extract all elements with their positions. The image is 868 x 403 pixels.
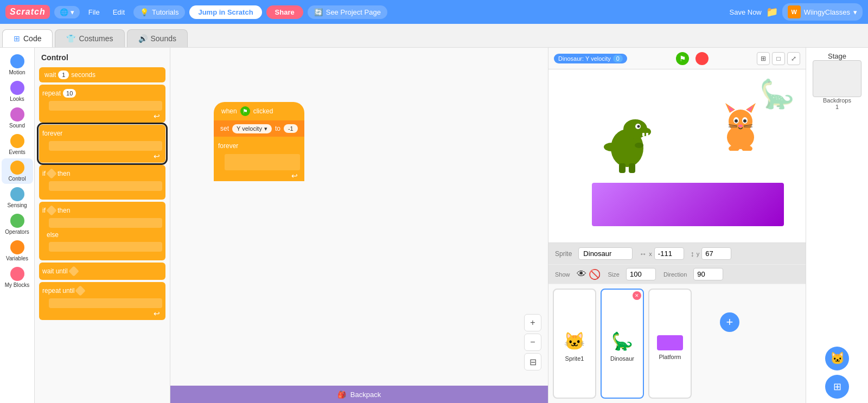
tutorials-button[interactable]: 💡 Tutorials [133,5,185,19]
y-label: y [697,251,700,257]
category-sound[interactable]: Sound [2,105,33,131]
normal-stage-button[interactable]: □ [772,52,785,65]
show-label: Show [555,271,570,278]
hat-block[interactable]: when ⚑ clicked [214,102,304,120]
dinosaur-name: Dinosaur [610,355,634,362]
size-input[interactable] [626,268,656,280]
stop-button[interactable] [695,52,709,65]
scratch-cat-button[interactable]: 🐱 [825,347,849,370]
myblocks-dot [10,267,24,281]
stage-layout-buttons: ⊞ □ ⤢ [757,52,800,65]
category-looks[interactable]: Looks [2,79,33,104]
cat-sprite[interactable] [719,102,762,152]
category-control[interactable]: Control [2,158,33,184]
if-slot [49,181,162,191]
add-sprite-button[interactable]: + [720,312,739,332]
file-menu[interactable]: File [84,6,104,18]
category-myblocks[interactable]: My Blocks [2,265,33,290]
dino-sprite[interactable] [600,105,654,177]
show-eye-button[interactable]: 👁 [577,268,586,280]
globe-button[interactable]: 🌐 ▾ [54,6,80,18]
tab-code[interactable]: ⊞ Code [2,29,53,47]
velocity-label: Y velocity [237,125,262,132]
svg-point-12 [729,110,752,133]
canvas-blocks-group: when ⚑ clicked set Y velocity ▾ to -1 fo… [214,102,304,181]
user-menu[interactable]: W WiingyClasses ▾ [782,3,863,21]
costume-icon: 👕 [66,34,75,43]
tab-costumes[interactable]: 👕 Costumes [55,29,124,47]
sprite1-name: Sprite1 [565,355,584,362]
svg-rect-8 [619,163,626,173]
add-extension-button[interactable]: ⊞ [825,375,849,399]
zoom-in-button[interactable]: + [524,314,541,331]
category-events[interactable]: Events [2,132,33,157]
repeat-until-condition [75,285,86,296]
canvas-forever-block[interactable]: forever ↩ [214,137,304,181]
platform-sprite[interactable] [592,183,784,226]
repeat-until-slot [49,298,162,308]
sprite-card-platform[interactable]: Platform [648,289,692,399]
sprite-name-input[interactable] [578,247,633,260]
edit-menu[interactable]: Edit [108,6,129,18]
sensing-dot [10,187,24,201]
wait-suffix: seconds [71,71,95,79]
svg-rect-5 [642,133,644,136]
save-now-button[interactable]: Save Now [730,8,762,16]
forever-text: forever [42,130,62,137]
then-text: then [58,170,70,177]
zoom-out-button[interactable]: − [524,334,541,351]
if-condition [46,168,57,179]
direction-input[interactable] [693,268,723,280]
tab-code-label: Code [23,34,41,43]
see-project-page-button[interactable]: 🔄 See Project Page [308,5,387,19]
folder-button[interactable]: 📁 [766,6,778,18]
green-flag-button[interactable]: ⚑ [675,51,690,66]
dinosaur-delete-btn[interactable]: ✕ [633,291,641,300]
fit-screen-button[interactable]: ⊟ [524,353,541,370]
jump-in-button[interactable]: Jump in Scratch [189,5,261,19]
fullscreen-button[interactable]: ⤢ [787,52,800,65]
y-coord-group: ↕ y [691,247,732,260]
svg-point-7 [604,143,620,151]
svg-point-19 [735,119,738,123]
x-input[interactable] [654,247,684,260]
small-stage-button[interactable]: ⊞ [757,52,770,65]
repeat-input[interactable]: 10 [63,89,76,98]
tab-sounds[interactable]: 🔊 Sounds [127,29,188,47]
x-coord-group: ↔ x [639,247,684,260]
block-wait-until[interactable]: wait until [39,263,165,280]
events-dot [10,134,24,148]
sprite-card-dinosaur[interactable]: ✕ 🦕 Dinosaur [601,289,644,399]
value-input[interactable]: -1 [284,124,298,133]
tab-costumes-label: Costumes [79,34,113,43]
block-if[interactable]: if then [39,165,165,200]
category-sensing[interactable]: Sensing [2,185,33,210]
velocity-dropdown[interactable]: Y velocity ▾ [232,124,272,133]
operators-label: Operators [5,229,29,235]
hide-eye-button[interactable]: 🚫 [589,268,601,280]
repeat-slot [49,101,162,111]
sprite-label: Sprite [555,250,572,258]
backpack-bar[interactable]: 🎒 Backpack [170,386,548,403]
block-if-else[interactable]: if then else [39,202,165,260]
y-input[interactable] [701,247,731,260]
visibility-toggles: 👁 🚫 [577,268,601,280]
block-forever[interactable]: forever ↩ [39,125,165,163]
svg-rect-9 [629,163,635,173]
stage-small-preview[interactable] [813,60,861,97]
category-operators[interactable]: Operators [2,212,33,237]
variable-value: 0 [613,55,623,62]
share-button[interactable]: Share [266,5,303,19]
set-block[interactable]: set Y velocity ▾ to -1 [214,120,304,137]
svg-point-21 [738,125,743,127]
block-wait[interactable]: wait 1 seconds [39,67,165,82]
wait-input[interactable]: 1 [58,71,69,79]
block-repeat-until[interactable]: repeat until ↩ [39,282,165,320]
stage-header-bar: Dinosaur: Y velocity 0 ⚑ ⊞ □ ⤢ [548,48,806,69]
visibility-group: Show 👁 🚫 [555,268,601,280]
block-repeat[interactable]: repeat 10 ↩ [39,85,165,123]
scratch-logo[interactable]: Scratch [5,5,50,19]
category-variables[interactable]: Variables [2,238,33,264]
category-motion[interactable]: Motion [2,52,33,78]
sprite-card-sprite1[interactable]: 🐱 Sprite1 [553,289,596,399]
